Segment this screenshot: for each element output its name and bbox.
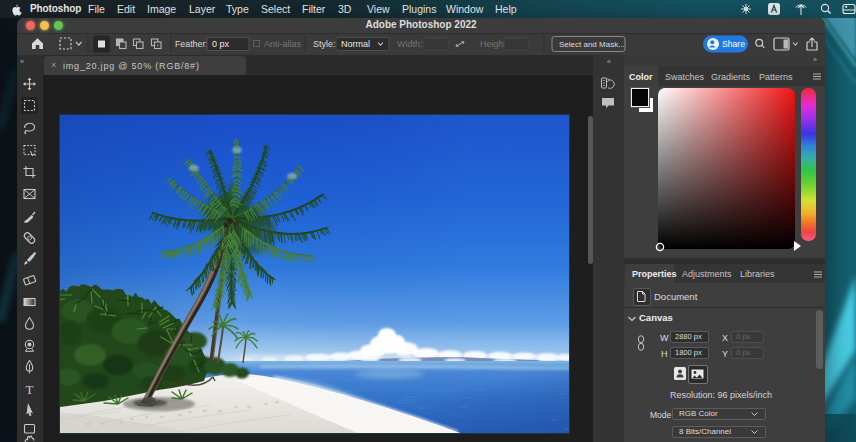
- svg-text:»: »: [20, 58, 24, 65]
- svg-text:T: T: [26, 382, 34, 397]
- svg-text:Select and Mask...: Select and Mask...: [559, 40, 625, 49]
- svg-text:Feather:: Feather:: [175, 39, 208, 49]
- svg-text:Anti-alias: Anti-alias: [264, 39, 302, 49]
- svg-text:Share: Share: [722, 39, 745, 49]
- svg-text:0 px: 0 px: [212, 39, 230, 49]
- svg-text:Style:: Style:: [313, 39, 336, 49]
- svg-text:«: «: [607, 58, 611, 65]
- svg-text:Width:: Width:: [397, 39, 423, 49]
- svg-text:Normal: Normal: [341, 39, 370, 49]
